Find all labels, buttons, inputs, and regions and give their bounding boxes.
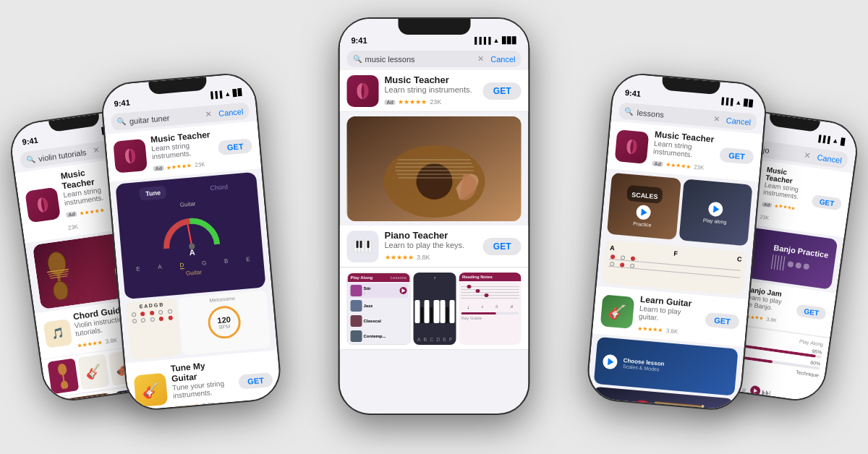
clear-btn-farleft[interactable]: ✕	[92, 145, 100, 155]
play-btn-playalong[interactable]	[708, 201, 724, 217]
svg-point-14	[188, 243, 195, 249]
chord-diagram-right: A F C	[603, 239, 747, 296]
get-btn-banjo[interactable]: GET	[796, 304, 827, 320]
svg-rect-39	[360, 241, 362, 248]
get-btn-left[interactable]: GET	[218, 138, 252, 155]
bpm-number-left: 120	[217, 314, 231, 325]
svg-rect-41	[654, 401, 701, 410]
search-query-left: guitar tuner	[129, 110, 202, 125]
lesson-text-right: Choose lesson Scales & Modes	[623, 356, 665, 372]
status-time-center: 9:41	[352, 36, 367, 45]
search-query-center: music lessons	[365, 55, 475, 64]
search-query-farleft: violin tutorials	[38, 147, 90, 163]
tuner-screen-left: Tune Chord Guitar	[115, 171, 265, 299]
search-icon-right: 🔍	[624, 106, 634, 115]
piano-result-center[interactable]: Piano Teacher Learn to play the keys. ★★…	[340, 226, 529, 267]
ad-badge-center: Ad	[385, 100, 396, 105]
svg-rect-38	[357, 241, 359, 248]
app-info-farright: Music Teacher Learn string instruments. …	[760, 166, 811, 228]
app-info-left: Music Teacher Learn string instruments. …	[150, 129, 215, 173]
app-info-farleft: Music Teacher Learn string instruments. …	[60, 166, 108, 233]
get-btn-right[interactable]: GET	[720, 147, 754, 164]
learn-guitar-icon: 🎸	[600, 294, 635, 329]
svg-point-2	[52, 280, 69, 301]
app-icon-farleft	[25, 187, 61, 223]
cancel-btn-left[interactable]: Cancel	[218, 106, 244, 117]
ad-badge-left: Ad	[153, 165, 164, 171]
get-btn-piano[interactable]: GET	[483, 238, 522, 255]
phone-left: 9:41 ▐▐▐▲▊▊ 🔍 guitar tuner ✕ Cancel	[99, 71, 283, 412]
app-reviews-farleft: 23K	[67, 223, 78, 231]
cancel-btn-right[interactable]: Cancel	[726, 115, 751, 126]
learn-guitar-row[interactable]: 🎸 Learn Guitar Learn to play guitar. ★★★…	[592, 286, 749, 346]
app-stars-farleft: ★★★★★	[79, 207, 105, 217]
status-time-left: 9:41	[114, 98, 130, 108]
chord-icon-farleft: 🎵	[43, 319, 73, 348]
svg-point-26	[416, 163, 452, 200]
piano-info-center: Piano Teacher Learn to play the keys. ★★…	[385, 230, 477, 262]
get-btn-tune[interactable]: GET	[238, 372, 273, 389]
clear-btn-left[interactable]: ✕	[205, 108, 213, 119]
app-info-right: Music Teacher Learn string instruments. …	[652, 129, 716, 173]
tune-icon: 🎸	[134, 372, 169, 407]
clear-btn-right[interactable]: ✕	[712, 113, 720, 124]
tune-guitar-row[interactable]: 🎸 Tune My Guitar Tune your string instru…	[125, 350, 281, 411]
search-icon-farleft: 🔍	[26, 155, 35, 164]
tune-info: Tune My Guitar Tune your string instrume…	[170, 358, 235, 411]
status-time-farleft: 9:41	[22, 136, 38, 147]
app-name-center: Music Teacher	[385, 74, 477, 85]
ad-badge-farleft: Ad	[66, 211, 77, 218]
get-btn-farright[interactable]: GET	[812, 194, 843, 210]
get-btn-center[interactable]: GET	[483, 82, 522, 100]
app-result-center[interactable]: Music Teacher Learn string instruments. …	[340, 70, 529, 112]
piano-icon-center	[347, 231, 379, 262]
clear-btn-center[interactable]: ✕	[477, 54, 484, 64]
app-result-left[interactable]: Music Teacher Learn string instruments. …	[105, 121, 261, 181]
phone-center: 9:41 ▐▐▐▐▲▊▊▊ 🔍 music lessons ✕ Cancel	[339, 17, 530, 415]
clear-btn-farright[interactable]: ✕	[804, 150, 812, 160]
svg-point-0	[47, 251, 67, 276]
scales-cards-right: SCALES Practice Play along	[601, 169, 759, 249]
status-icons-left: ▐▐▐▲▊▊	[208, 88, 244, 98]
svg-point-9	[60, 380, 69, 390]
play-btn-lesson[interactable]	[603, 354, 618, 369]
screenshots-center: Play Along Lessons Stir ♪	[340, 268, 529, 350]
cancel-btn-farright[interactable]: Cancel	[817, 153, 843, 165]
status-icons-center: ▐▐▐▐▲▊▊▊	[472, 37, 516, 44]
hero-image-center	[347, 116, 522, 221]
svg-rect-40	[367, 241, 370, 248]
svg-point-7	[57, 363, 67, 376]
play-btn-scales[interactable]	[636, 204, 652, 220]
piano-sub-center: Learn to play the keys.	[385, 241, 477, 249]
app-icon-right	[615, 129, 650, 164]
learn-guitar-info: Learn Guitar Learn to play guitar. ★★★★★…	[637, 294, 702, 338]
search-icon-left: 🔍	[116, 117, 126, 126]
chord-tab-left: E A D G B	[126, 290, 271, 360]
play-control-farright[interactable]	[749, 385, 761, 397]
search-icon-center: 🔍	[353, 55, 362, 63]
search-query-right: lessons	[637, 107, 710, 122]
svg-point-47	[700, 408, 703, 411]
svg-line-13	[187, 225, 192, 247]
status-time-right: 9:41	[624, 87, 641, 98]
lesson-card-right[interactable]: Choose lesson Scales & Modes	[594, 336, 739, 395]
bpm-label-left: BPM	[219, 323, 231, 329]
app-info-center: Music Teacher Learn string instruments. …	[385, 74, 477, 107]
phones-container: 9:41 ▐▐▐▲▊ 🔍 violin tutorials ✕ Cancel	[0, 0, 868, 454]
piano-name-center: Piano Teacher	[385, 230, 477, 241]
phone-right: 9:41 ▐▐▐▲▊▊ 🔍 lessons ✕ Cancel	[585, 71, 769, 412]
app-sub-center: Learn string instruments.	[385, 85, 477, 94]
cancel-btn-center[interactable]: Cancel	[490, 55, 515, 64]
get-btn-guitar[interactable]: GET	[705, 312, 740, 329]
app-icon-center	[347, 75, 379, 107]
search-bar-center[interactable]: 🔍 music lessons ✕ Cancel	[347, 51, 522, 67]
status-icons-right: ▐▐▐▲▊▊	[719, 97, 754, 107]
app-icon-left	[113, 138, 148, 173]
status-icons-farright: ▐▐▐▲▊	[816, 134, 846, 146]
